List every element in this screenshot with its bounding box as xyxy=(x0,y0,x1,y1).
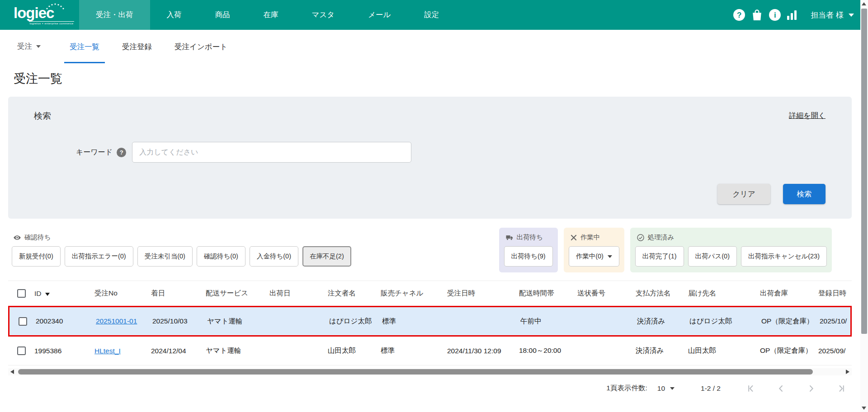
row-checkbox[interactable] xyxy=(19,317,27,326)
vertical-scrollbar[interactable] xyxy=(860,0,868,412)
column-header-delivery-service[interactable]: 配送サービス xyxy=(206,289,269,298)
pagination-bar: 1頁表示件数: 10 1-2 / 2 xyxy=(0,384,868,393)
bag-icon[interactable] xyxy=(751,9,763,21)
cell-time-slot: 午前中 xyxy=(520,317,579,326)
cell-id: 2002340 xyxy=(36,317,96,325)
tab-order-import[interactable]: 受注インポート xyxy=(169,30,233,63)
order-no-link[interactable]: 20251001-01 xyxy=(96,317,137,325)
column-header-sales-channel[interactable]: 販売チャネル xyxy=(381,289,447,298)
column-header-payment-method[interactable]: 支払方法名 xyxy=(636,289,688,298)
chevron-down-icon xyxy=(849,14,854,17)
logo[interactable]: logiec logistics × enterprise commerce xyxy=(0,0,79,30)
first-page-icon[interactable] xyxy=(747,384,756,393)
order-menu-dropdown[interactable]: 受注 xyxy=(17,42,41,52)
cell-registered: 2025/10/ xyxy=(820,317,852,325)
column-header-ship-date[interactable]: 出荷日 xyxy=(269,289,328,298)
row-checkbox[interactable] xyxy=(17,346,26,355)
row-checkbox-cell xyxy=(9,317,36,326)
help-icon[interactable]: ? xyxy=(733,9,745,21)
status-buttons: 出荷完了(1) 出荷パス(0) 出荷指示キャンセル(23) xyxy=(635,246,827,267)
select-all-checkbox[interactable] xyxy=(17,289,26,298)
status-buttons: 出荷待ち(9) xyxy=(504,246,553,267)
nav-item-inventory[interactable]: 在庫 xyxy=(247,0,295,30)
keyword-help-icon[interactable]: ? xyxy=(117,148,126,157)
tab-order-register[interactable]: 受注登録 xyxy=(117,30,157,63)
order-menu-label: 受注 xyxy=(17,42,32,52)
filter-shipping-error[interactable]: 出荷指示エラー(0) xyxy=(65,246,133,267)
primary-nav: 受注・出荷 入荷 商品 在庫 マスタ メール 設定 xyxy=(79,0,456,30)
filter-unallocated[interactable]: 受注未引当(0) xyxy=(137,246,193,267)
vertical-scrollbar-thumb[interactable] xyxy=(861,9,867,334)
order-table: ID 受注No 着日 配送サービス 出荷日 注文者名 販売チャネル 受注日時 配… xyxy=(8,281,852,365)
column-header-orderer[interactable]: 注文者名 xyxy=(328,289,381,298)
scroll-right-arrow[interactable] xyxy=(846,370,849,374)
filter-ship-cancel[interactable]: 出荷指示キャンセル(23) xyxy=(741,246,827,267)
clear-button[interactable]: クリア xyxy=(717,184,770,204)
status-group-name: 作業中 xyxy=(580,233,600,242)
filter-shipped[interactable]: 出荷完了(1) xyxy=(635,246,684,267)
search-heading: 検索 xyxy=(34,110,51,122)
column-header-order-datetime[interactable]: 受注日時 xyxy=(447,289,519,298)
filter-awaiting-confirm[interactable]: 確認待ち(0) xyxy=(197,246,245,267)
open-details-link[interactable]: 詳細を開く xyxy=(789,111,826,121)
status-group-pending-label: 確認待ち xyxy=(13,233,488,242)
filter-out-of-stock[interactable]: 在庫不足(2) xyxy=(302,246,351,267)
cell-registered: 2025/09/ xyxy=(818,347,852,355)
column-header-time-slot[interactable]: 配送時間帯 xyxy=(519,289,577,298)
status-group-working: 作業中 作業中(0) xyxy=(564,228,624,272)
filter-awaiting-shipment[interactable]: 出荷待ち(9) xyxy=(504,246,553,267)
info-icon[interactable]: i xyxy=(769,9,781,21)
cell-warehouse: OP（限定倉庫） xyxy=(760,346,818,356)
last-page-icon[interactable] xyxy=(836,384,845,393)
cell-order-no: 20251001-01 xyxy=(96,317,152,325)
nav-item-receiving[interactable]: 入荷 xyxy=(150,0,198,30)
cell-recipient: 山田太郎 xyxy=(688,346,760,356)
nav-item-settings[interactable]: 設定 xyxy=(407,0,456,30)
keyword-row: キーワード ? xyxy=(76,142,411,163)
column-header-recipient[interactable]: 届け先名 xyxy=(688,289,760,298)
per-page-select[interactable]: 10 xyxy=(657,384,675,393)
chevron-down-icon xyxy=(670,387,675,390)
column-header-tracking-no[interactable]: 送状番号 xyxy=(577,289,636,298)
next-page-icon[interactable] xyxy=(807,384,816,393)
search-panel: 検索 詳細を開く キーワード ? クリア 検索 xyxy=(8,97,852,219)
stats-icon[interactable] xyxy=(787,10,799,20)
secondary-nav: 受注 受注一覧 受注登録 受注インポート xyxy=(0,30,868,63)
prev-page-icon[interactable] xyxy=(777,384,786,393)
tools-icon xyxy=(570,234,577,241)
search-actions: クリア 検索 xyxy=(717,184,826,204)
horizontal-scrollbar-thumb[interactable] xyxy=(18,369,813,375)
sort-desc-icon xyxy=(45,293,50,296)
search-button[interactable]: 検索 xyxy=(783,184,826,204)
user-menu[interactable]: 担当者 様 xyxy=(811,10,854,20)
column-header-registered[interactable]: 登録日時 xyxy=(818,289,852,298)
pagination-controls xyxy=(747,384,845,393)
column-header-order-no[interactable]: 受注No xyxy=(94,289,151,298)
status-group-processed-label: 処理済み xyxy=(637,233,827,242)
nav-item-master[interactable]: マスタ xyxy=(295,0,352,30)
column-header-arrival-date[interactable]: 着日 xyxy=(151,289,206,298)
table-row-highlighted[interactable]: 2002340 20251001-01 2025/10/03 ヤマト運輸 はぴロ… xyxy=(8,306,852,337)
filter-new-orders[interactable]: 新規受付(0) xyxy=(12,246,61,267)
table-row[interactable]: 1995386 HLtest_I 2024/12/04 ヤマト運輸 山田太郎 標… xyxy=(8,337,852,365)
order-no-link[interactable]: HLtest_I xyxy=(94,347,121,355)
scroll-left-arrow[interactable] xyxy=(10,370,14,374)
filter-awaiting-payment[interactable]: 入金待ち(0) xyxy=(250,246,298,267)
column-header-id[interactable]: ID xyxy=(34,290,94,298)
filter-working-dropdown[interactable]: 作業中(0) xyxy=(569,246,619,267)
scroll-down-arrow[interactable] xyxy=(862,407,866,410)
tab-order-list[interactable]: 受注一覧 xyxy=(64,30,105,63)
horizontal-scrollbar[interactable] xyxy=(8,368,852,375)
nav-item-orders-shipping[interactable]: 受注・出荷 xyxy=(79,0,150,30)
keyword-input[interactable] xyxy=(132,142,411,163)
nav-item-products[interactable]: 商品 xyxy=(198,0,247,30)
cell-time-slot: 18:00～20:00 xyxy=(519,346,577,356)
filter-ship-pass[interactable]: 出荷パス(0) xyxy=(688,246,737,267)
status-group-pending: 確認待ち 新規受付(0) 出荷指示エラー(0) 受注未引当(0) 確認待ち(0)… xyxy=(8,228,493,272)
keyword-help-glyph: ? xyxy=(120,149,123,156)
cell-warehouse: OP（限定倉庫） xyxy=(761,317,820,326)
nav-item-mail[interactable]: メール xyxy=(351,0,407,30)
column-header-warehouse[interactable]: 出荷倉庫 xyxy=(760,289,818,298)
scroll-up-arrow[interactable] xyxy=(862,2,866,5)
info-glyph: i xyxy=(774,11,776,19)
